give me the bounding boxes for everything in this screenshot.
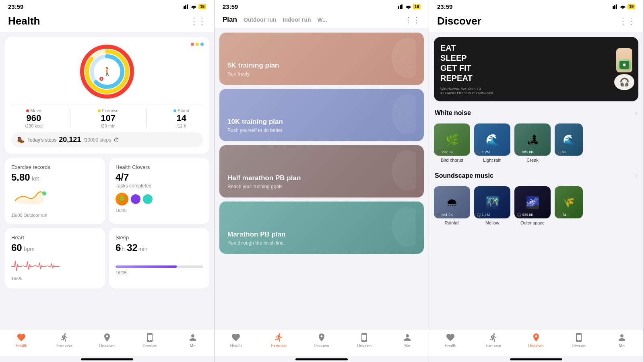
sound-mellow[interactable]: 🌃 🎧 1.1M Mellow xyxy=(474,186,510,225)
svg-rect-0 xyxy=(184,6,185,9)
plan-card-marathon[interactable]: Marathon PB plan Run through the finish … xyxy=(219,202,424,254)
status-bar-1: 23:59 19 xyxy=(0,0,214,12)
discover-content: EAT SLEEP GET FIT REPEAT WIN HUAWEI WATC… xyxy=(429,32,643,329)
me-icon-1 xyxy=(188,333,198,342)
more-button-3[interactable]: ⋮⋮ xyxy=(619,16,635,26)
move-dot xyxy=(26,109,29,112)
nav-devices-1[interactable]: Devices xyxy=(140,333,160,348)
plan-deco-5k xyxy=(384,38,416,78)
soundscape-header: Soundscape music › xyxy=(434,171,638,180)
svg-rect-27 xyxy=(614,5,615,9)
more-button-1[interactable]: ⋮⋮ xyxy=(190,16,206,26)
plan-card-5k[interactable]: 5K training plan Run freely. xyxy=(219,33,424,85)
health-clover-card: Health Clovers 4/7 Tasks completed 🍀 16/… xyxy=(109,158,209,224)
dot-red xyxy=(191,43,194,46)
nav-health-1[interactable]: Health xyxy=(11,333,31,348)
home-indicator-1 xyxy=(81,358,133,360)
status-time-3: 23:59 xyxy=(437,3,452,10)
nav-me-3[interactable]: Me xyxy=(612,333,632,348)
status-bar-3: 23:59 19 xyxy=(429,0,643,12)
white-noise-arrow[interactable]: › xyxy=(635,109,638,117)
tab-plan[interactable]: Plan xyxy=(223,16,237,24)
page-title-3: Discover xyxy=(437,15,481,27)
svg-rect-1 xyxy=(185,5,186,9)
nav-discover-2[interactable]: Discover xyxy=(312,333,332,348)
stand-dot xyxy=(173,109,176,112)
exercise-icon-2 xyxy=(274,333,284,342)
plan-deco-10k xyxy=(384,94,416,134)
svg-point-22 xyxy=(392,94,416,134)
sound-rainfall[interactable]: 🌧 🎧 981.9K Rainfall xyxy=(434,186,470,225)
two-col-top: Exercise records 5.80 km 16/05 Outdoor r… xyxy=(5,158,209,224)
health-content: 🚶 ♥ Move 960 /230 kcal xyxy=(0,32,214,329)
nav-health-2[interactable]: Health xyxy=(226,333,246,348)
plan-card-half[interactable]: Half marathon PB plan Reach your running… xyxy=(219,145,424,197)
devices-icon-3 xyxy=(574,333,584,342)
activity-dots xyxy=(191,43,204,46)
sleep-card: Sleep 6 h 32 min 16/05 xyxy=(109,228,209,288)
two-col-bottom: Heart 60 bpm 16/05 Sleep 6 h 32 min xyxy=(5,228,209,288)
nav-discover-1[interactable]: Discover xyxy=(97,333,117,348)
nav-label-devices-2: Devices xyxy=(357,343,372,348)
header-1: Health ⋮⋮ xyxy=(0,12,214,32)
soundscape-list: 🌧 🎧 981.9K Rainfall 🌃 🎧 1.1M Mellow 🌌 🎧 … xyxy=(434,186,638,227)
sleep-bar xyxy=(116,265,203,268)
nav-label-health-2: Health xyxy=(230,343,242,348)
dot-blue xyxy=(200,43,204,46)
sound-creek[interactable]: 🏞 🎧 8d5.0K Creek xyxy=(514,123,551,162)
discover-icon-2 xyxy=(317,333,326,342)
discover-icon-1 xyxy=(102,333,112,342)
nav-label-devices-3: Devices xyxy=(572,343,586,348)
phone-health: 23:59 19 Health ⋮⋮ xyxy=(0,0,215,362)
ring-container: 🚶 ♥ xyxy=(11,43,203,100)
stand-stat: Stand 14 /12 h xyxy=(173,108,189,128)
sound-light-rain[interactable]: 🌊 🎧 1.2M Light rain xyxy=(474,123,510,162)
white-noise-list: 🌿 🎧 292.5K Bird chorus 🌊 🎧 1.2M Light ra… xyxy=(434,123,638,164)
banner-sub: WIN HUAWEI WATCH FIT 3& HUAWEI FREEECLIP… xyxy=(440,86,632,95)
nav-health-3[interactable]: Health xyxy=(440,333,460,348)
svg-point-29 xyxy=(622,8,623,9)
svg-rect-28 xyxy=(616,4,617,9)
me-icon-2 xyxy=(402,333,412,342)
exercise-dot xyxy=(98,109,101,112)
nav-label-me-1: Me xyxy=(190,343,196,348)
sound-bird-chorus[interactable]: 🌿 🎧 292.5K Bird chorus xyxy=(434,123,470,162)
discover-banner[interactable]: EAT SLEEP GET FIT REPEAT WIN HUAWEI WATC… xyxy=(434,37,638,101)
sound-outer-space[interactable]: 🌌 🎧 939.0K Outer space xyxy=(514,186,551,225)
discover-icon-3 xyxy=(531,333,541,342)
exercise-icon-1 xyxy=(60,333,69,342)
page-title-1: Health xyxy=(8,15,40,27)
svg-rect-16 xyxy=(400,5,401,9)
nav-label-exercise-1: Exercise xyxy=(56,343,72,348)
nav-devices-3[interactable]: Devices xyxy=(569,333,589,348)
nav-devices-2[interactable]: Devices xyxy=(354,333,374,348)
battery-badge-1: 19 xyxy=(198,4,206,9)
more-button-2[interactable]: ⋮⋮ xyxy=(405,15,421,25)
nav-exercise-3[interactable]: Exercise xyxy=(483,333,504,348)
nav-label-health-1: Health xyxy=(16,343,27,348)
nav-me-2[interactable]: Me xyxy=(397,333,417,348)
nav-exercise-1[interactable]: Exercise xyxy=(54,333,74,348)
tab-w[interactable]: W... xyxy=(318,16,327,23)
nav-exercise-2[interactable]: Exercise xyxy=(269,333,289,348)
plan-card-10k[interactable]: 10K training plan Push yourself to do be… xyxy=(219,89,424,141)
activity-ring-svg: 🚶 ♥ xyxy=(79,43,135,100)
clover-orange: 🍀 xyxy=(116,193,128,206)
heart-card: Heart 60 bpm 16/05 xyxy=(5,228,105,288)
sound-countryside[interactable]: 🌾 🎧 74... xyxy=(555,186,583,225)
soundscape-arrow[interactable]: › xyxy=(635,171,638,180)
tab-indoor[interactable]: Indoor run xyxy=(283,16,311,23)
svg-text:🚶: 🚶 xyxy=(102,67,112,76)
header-3: Discover ⋮⋮ xyxy=(429,12,643,32)
nav-label-me-2: Me xyxy=(405,343,410,348)
svg-rect-2 xyxy=(187,4,188,9)
white-noise-header: White noise › xyxy=(434,109,638,117)
nav-discover-3[interactable]: Discover xyxy=(526,333,546,348)
nav-label-discover-3: Discover xyxy=(528,343,544,348)
clover-teal xyxy=(143,194,153,204)
phone-exercise: 23:59 19 Plan Outdoor run Indoor run W..… xyxy=(215,0,429,362)
tab-outdoor[interactable]: Outdoor run xyxy=(244,16,277,23)
sound-gentle-waves[interactable]: 🌊 🎧 93... xyxy=(555,123,583,162)
svg-rect-15 xyxy=(398,6,399,9)
nav-me-1[interactable]: Me xyxy=(183,333,203,348)
